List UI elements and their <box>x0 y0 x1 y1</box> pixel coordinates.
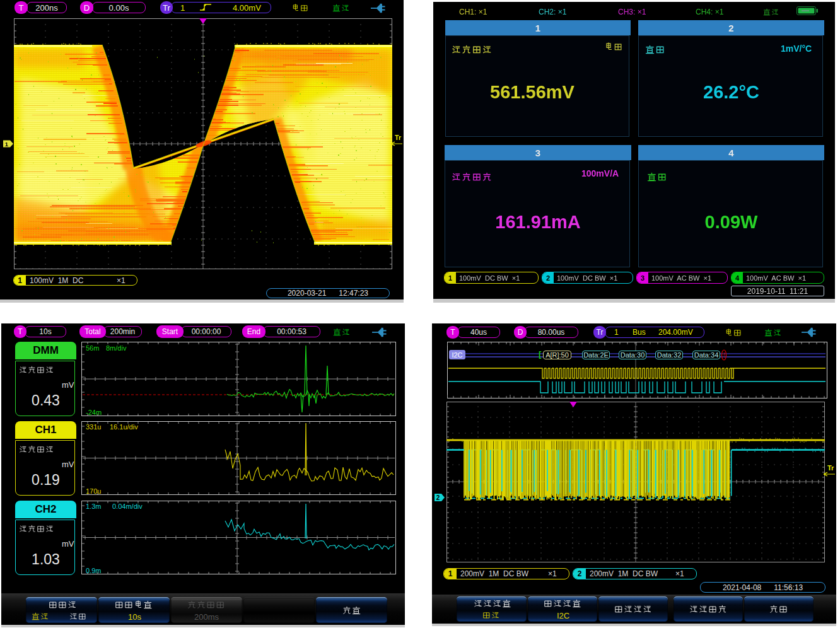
svg-text:!: ! <box>723 351 725 359</box>
svg-text:1: 1 <box>5 141 9 148</box>
svg-text:2: 2 <box>436 494 440 501</box>
